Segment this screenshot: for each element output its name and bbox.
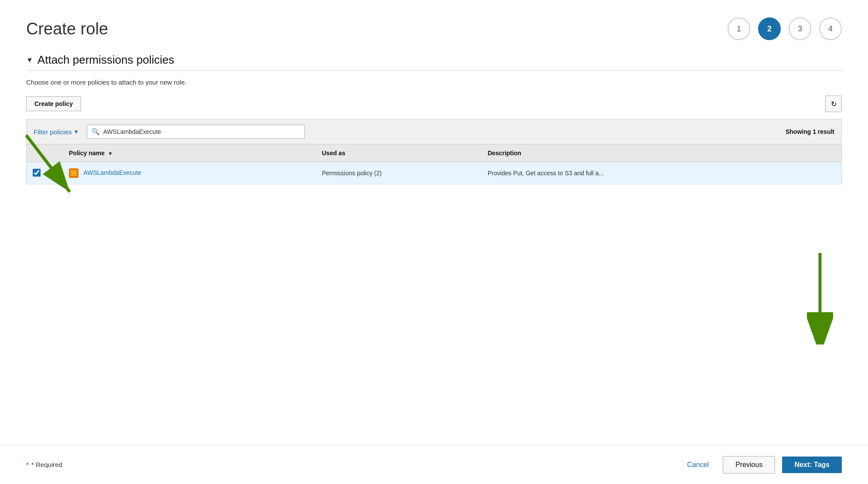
toolbar: Create policy ↻ <box>26 95 842 112</box>
th-policy-name: Policy name ▼ <box>63 144 316 162</box>
down-arrow-annotation <box>807 249 833 346</box>
row-checkbox[interactable] <box>33 169 41 177</box>
th-used-as: Used as <box>316 144 482 162</box>
th-description: Description <box>482 144 842 162</box>
policy-icon <box>69 168 79 178</box>
filter-policies-button[interactable]: Filter policies ▾ <box>34 128 78 136</box>
page-subtitle: Choose one or more policies to attach to… <box>26 78 842 86</box>
cancel-button[interactable]: Cancel <box>680 457 716 473</box>
page-title: Create role <box>26 20 108 38</box>
td-policy-name: AWSLambdaExecute <box>63 162 316 184</box>
section-divider <box>26 70 842 71</box>
th-expand <box>47 144 63 162</box>
collapse-arrow-icon[interactable]: ▼ <box>26 56 33 64</box>
section-title: Attach permissions policies <box>38 53 174 67</box>
required-label: * * Required <box>26 461 62 468</box>
footer: * * Required Cancel Previous Next: Tags <box>0 445 868 484</box>
section-header: ▼ Attach permissions policies <box>26 53 842 67</box>
filter-chevron-icon: ▾ <box>75 128 78 136</box>
search-input[interactable] <box>103 128 300 135</box>
sort-arrow-icon[interactable]: ▼ <box>108 151 113 156</box>
create-policy-button[interactable]: Create policy <box>26 96 81 111</box>
showing-result-label: Showing 1 result <box>786 128 834 135</box>
table-row: ▶ AWSLambdaExecute Permissions policy (2… <box>27 162 842 184</box>
search-wrapper: 🔍 <box>87 125 305 139</box>
step-indicators: 1 2 3 4 <box>728 17 842 40</box>
required-star: * <box>26 461 29 468</box>
policy-link[interactable]: AWSLambdaExecute <box>83 169 141 176</box>
row-expand-button[interactable]: ▶ <box>53 170 57 177</box>
step-3: 3 <box>789 17 811 40</box>
td-used-as: Permissions policy (2) <box>316 162 482 184</box>
step-2: 2 <box>758 17 781 40</box>
td-checkbox <box>27 162 47 184</box>
td-expand: ▶ <box>47 162 63 184</box>
table-header-row: Policy name ▼ Used as Description <box>27 144 842 162</box>
step-1: 1 <box>728 17 750 40</box>
td-description: Provides Put, Get access to S3 and full … <box>482 162 842 184</box>
refresh-button[interactable]: ↻ <box>825 95 842 112</box>
step-4: 4 <box>819 17 842 40</box>
refresh-icon: ↻ <box>831 100 837 108</box>
th-checkbox <box>27 144 47 162</box>
policy-table: Policy name ▼ Used as Description ▶ AWSL… <box>26 144 842 184</box>
footer-actions: Cancel Previous Next: Tags <box>680 456 842 474</box>
filter-bar: Filter policies ▾ 🔍 Showing 1 result <box>26 119 842 144</box>
search-icon: 🔍 <box>92 128 100 136</box>
next-button[interactable]: Next: Tags <box>782 457 842 473</box>
filter-policies-label: Filter policies <box>34 128 72 136</box>
previous-button[interactable]: Previous <box>723 456 775 474</box>
